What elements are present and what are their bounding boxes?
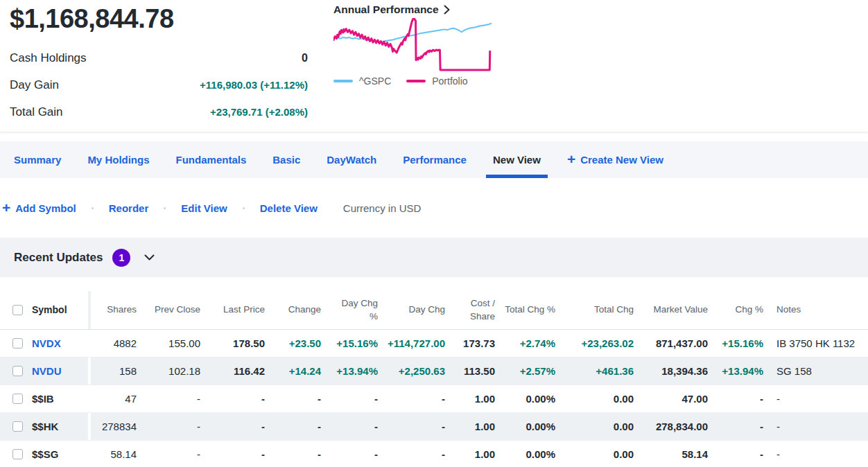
tab-basic[interactable]: Basic <box>266 141 307 178</box>
holdings-table: SymbolSharesPrev CloseLast PriceChangeDa… <box>0 291 868 467</box>
cell: 116.42 <box>200 365 265 377</box>
cell: +23.50 <box>265 337 321 349</box>
symbol-label: $$HK <box>32 421 58 432</box>
toolbar-label: Add Symbol <box>15 202 76 214</box>
cell: 113.50 <box>445 365 495 377</box>
cell: IB 3750 HK 1132 <box>763 337 868 349</box>
tab-my-holdings[interactable]: My Holdings <box>80 141 156 178</box>
cell: - <box>200 448 265 460</box>
tab-label: New View <box>493 154 541 166</box>
cell: - <box>137 448 200 460</box>
tab-label: Basic <box>272 154 300 166</box>
chart-legend: ^GSPCPortfolio <box>333 76 503 87</box>
tab-create-new-view[interactable]: +Create New View <box>560 141 670 178</box>
table-header-row: SymbolSharesPrev CloseLast PriceChangeDa… <box>0 291 868 330</box>
summary-row-cash-holdings: Cash Holdings0 <box>10 44 308 71</box>
column-header-change[interactable]: Change <box>265 303 321 316</box>
tab-fundamentals[interactable]: Fundamentals <box>169 141 254 178</box>
column-header-last-price[interactable]: Last Price <box>200 303 265 316</box>
cell: 1.00 <box>445 393 495 405</box>
column-header-total-chg[interactable]: Total Chg % <box>495 303 555 316</box>
cell: 18,394.36 <box>634 365 708 377</box>
cell: +2.74% <box>495 337 555 349</box>
tab-summary[interactable]: Summary <box>7 141 68 178</box>
table-row: NVDX4882155.00178.50+23.50+15.16%+114,72… <box>0 330 868 358</box>
cell: +13.94% <box>321 365 378 377</box>
summary-rows: Cash Holdings0Day Gain+116,980.03 (+11.1… <box>10 44 308 125</box>
view-tab-bar: SummaryMy HoldingsFundamentalsBasicDayWa… <box>0 141 868 178</box>
toolbar-label: Delete View <box>260 202 318 214</box>
cell: +14.24 <box>265 365 321 377</box>
plus-icon: + <box>2 200 10 215</box>
add-symbol-button[interactable]: +Add Symbol <box>2 201 76 215</box>
chart-title: Annual Performance <box>333 3 439 16</box>
tab-performance[interactable]: Performance <box>396 141 474 178</box>
column-header-total-chg[interactable]: Total Chg <box>555 303 634 316</box>
select-all-checkbox[interactable] <box>12 305 23 315</box>
column-header-notes[interactable]: Notes <box>763 303 868 316</box>
cell: 0.00% <box>495 421 555 432</box>
row-checkbox[interactable] <box>12 366 23 376</box>
cell: - <box>265 448 321 460</box>
column-header-label: Symbol <box>32 303 67 317</box>
separator-dot <box>243 207 245 209</box>
cell: 0.00 <box>555 393 634 405</box>
symbol-cell: $$SG <box>0 441 91 467</box>
cell: +15.16% <box>321 337 378 349</box>
symbol-link[interactable]: NVDX <box>32 337 61 349</box>
cell: +13.94% <box>708 365 763 377</box>
row-checkbox[interactable] <box>12 338 23 349</box>
toolbar-label: Edit View <box>181 202 227 214</box>
currency-label: Currency in USD <box>343 202 422 214</box>
series-line-portfolio <box>333 18 490 70</box>
annual-performance-link[interactable]: Annual Performance <box>333 3 503 16</box>
cell: - <box>321 448 378 460</box>
cell: 0.00 <box>555 448 634 460</box>
tab-new-view[interactable]: New View <box>486 141 548 178</box>
cell: SG 158 <box>763 365 868 377</box>
summary-row-day-gain: Day Gain+116,980.03 (+11.12%) <box>10 71 308 98</box>
column-header-prev-close[interactable]: Prev Close <box>137 303 200 316</box>
chevron-down-icon[interactable] <box>144 254 155 261</box>
cell: +2,250.63 <box>378 365 445 377</box>
summary-value: +23,769.71 (+2.08%) <box>210 106 308 118</box>
cell: +461.36 <box>555 365 634 377</box>
delete-view-button[interactable]: Delete View <box>260 202 318 214</box>
tab-daywatch[interactable]: DayWatch <box>320 141 383 178</box>
column-header-day-chg[interactable]: Day Chg <box>378 303 445 316</box>
edit-view-button[interactable]: Edit View <box>181 202 227 214</box>
column-header-market-value[interactable]: Market Value <box>634 303 708 316</box>
cell: - <box>708 448 763 460</box>
separator-dot <box>92 207 94 209</box>
row-checkbox[interactable] <box>12 421 23 432</box>
tab-label: My Holdings <box>87 154 149 166</box>
cell: 4882 <box>91 337 137 349</box>
cell: - <box>265 393 321 405</box>
summary-label: Cash Holdings <box>10 51 87 65</box>
row-checkbox[interactable] <box>12 394 23 404</box>
symbol-link[interactable]: NVDU <box>32 365 62 377</box>
cell: - <box>137 393 200 405</box>
cell: - <box>321 421 378 432</box>
recent-updates-bar[interactable]: Recent Updates 1 <box>0 238 868 277</box>
column-header-symbol[interactable]: Symbol <box>0 291 91 329</box>
column-header-chg[interactable]: Chg % <box>708 303 763 316</box>
symbol-label: $$IB <box>32 393 54 405</box>
column-header-cost-share[interactable]: Cost / Share <box>445 297 495 322</box>
toolbar-label: Reorder <box>109 202 149 214</box>
reorder-button[interactable]: Reorder <box>109 202 149 214</box>
separator-dot <box>164 207 166 209</box>
legend-item-gspc: ^GSPC <box>333 76 391 87</box>
summary-value: 0 <box>302 52 308 64</box>
column-header-day-chg[interactable]: Day Chg % <box>321 297 378 322</box>
cell: - <box>137 421 200 432</box>
symbol-cell: $$HK <box>0 413 91 440</box>
row-checkbox[interactable] <box>12 449 23 459</box>
recent-updates-title: Recent Updates <box>14 251 103 265</box>
table-row: $$SG58.14-----1.000.00%0.0058.14-- <box>0 441 868 467</box>
column-header-shares[interactable]: Shares <box>91 303 137 316</box>
table-row: $$IB47-----1.000.00%0.0047.00-- <box>0 385 868 413</box>
series-line-gspc <box>333 24 492 42</box>
cell: 1.00 <box>445 448 495 460</box>
cell: - <box>200 393 265 405</box>
